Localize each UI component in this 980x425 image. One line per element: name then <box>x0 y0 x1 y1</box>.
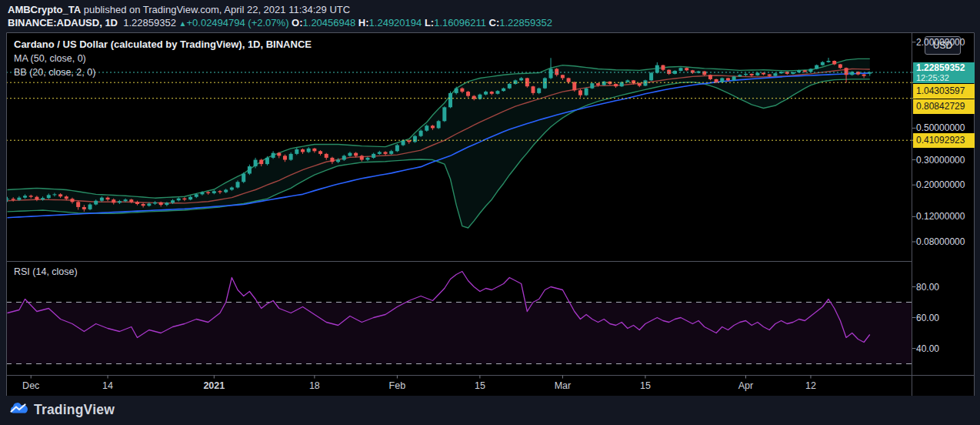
time-axis-label: 12 <box>805 380 816 391</box>
rsi-axis-label: 60.00 <box>916 313 939 323</box>
time-axis-label: 2021 <box>203 380 225 391</box>
rsi-band <box>6 303 912 364</box>
time-axis-label: 15 <box>640 380 651 391</box>
legend-rsi[interactable]: RSI (14, close) <box>14 266 78 277</box>
price-axis-label: 0.30000000 <box>916 155 965 166</box>
time-axis-label: Mar <box>555 380 572 391</box>
rsi-pane[interactable] <box>6 272 912 364</box>
rsi-axis-label: 40.00 <box>916 343 939 354</box>
time-axis-label: Dec <box>22 380 39 391</box>
price-pane[interactable] <box>5 58 912 228</box>
legend-ma[interactable]: MA (50, close, 0) <box>14 52 312 65</box>
current-price-value: 1.22859352 <box>916 62 975 73</box>
price-axis-label: 0.08000000 <box>916 236 965 247</box>
tradingview-snapshot: AMBCrypto_TA published on TradingView.co… <box>0 0 980 425</box>
time-axis-label: Feb <box>389 380 406 391</box>
price-axis-label: 0.20000000 <box>916 179 965 190</box>
legend-symbol-title[interactable]: Cardano / US Dollar (calculated by Tradi… <box>14 38 312 52</box>
time-axis-label: 18 <box>309 380 320 391</box>
rsi-axis-label: 80.00 <box>916 282 939 293</box>
alert-price-badge: 1.04303597 <box>913 84 975 99</box>
time-axis-label: Apr <box>738 380 753 391</box>
pane-legend: Cardano / US Dollar (calculated by Tradi… <box>14 38 312 79</box>
price-axis-label: 0.12000000 <box>916 211 965 222</box>
price-axis-label: 2.00000000 <box>916 37 965 48</box>
legend-bb[interactable]: BB (20, close, 2, 0) <box>14 65 312 79</box>
bar-countdown: 12:25:32 <box>916 73 975 82</box>
time-axis-label: 14 <box>102 380 113 391</box>
tradingview-wordmark[interactable]: TradingView <box>34 402 115 418</box>
tradingview-logo-icon[interactable] <box>7 401 30 420</box>
time-axis-label: 15 <box>475 380 485 391</box>
price-axis-label: 0.50000000 <box>916 122 965 133</box>
alert-price-badge: 0.80842729 <box>913 99 975 114</box>
alert-price-badge: 0.41092923 <box>913 133 975 148</box>
current-price-badge: 1.2285935212:25:32 <box>913 62 975 83</box>
footer-bar: TradingView <box>0 396 980 425</box>
